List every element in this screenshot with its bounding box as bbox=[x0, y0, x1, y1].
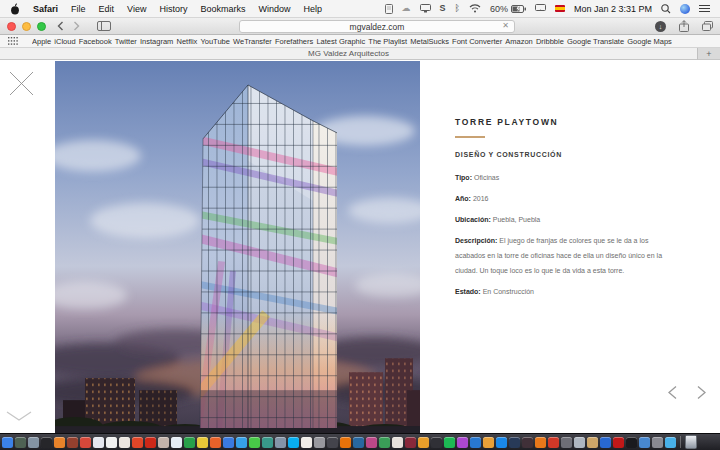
input-language-flag-icon[interactable] bbox=[555, 5, 565, 12]
dock-app-icon[interactable] bbox=[145, 437, 156, 448]
s-status-icon[interactable]: S bbox=[440, 4, 446, 13]
bookmark-amazon[interactable]: Amazon bbox=[505, 37, 533, 46]
dock-app-icon[interactable] bbox=[613, 437, 624, 448]
dock-app-icon[interactable] bbox=[223, 437, 234, 448]
share-icon[interactable] bbox=[679, 20, 689, 32]
tab-overview-icon[interactable] bbox=[702, 21, 713, 31]
battery-indicator[interactable]: 60% bbox=[490, 4, 526, 14]
document-status-icon[interactable] bbox=[385, 4, 393, 14]
mirroring-status-icon[interactable] bbox=[535, 4, 546, 13]
dock-app-icon[interactable] bbox=[54, 437, 65, 448]
siri-icon[interactable] bbox=[680, 4, 690, 14]
dock-app-icon[interactable] bbox=[28, 437, 39, 448]
notification-center-icon[interactable] bbox=[699, 4, 710, 13]
bookmark-wetransfer[interactable]: WeTransfer bbox=[233, 37, 272, 46]
dock-app-icon[interactable] bbox=[275, 437, 286, 448]
dock-app-icon[interactable] bbox=[288, 437, 299, 448]
bookmark-google-maps[interactable]: Google Maps bbox=[627, 37, 672, 46]
apple-menu-icon[interactable] bbox=[10, 3, 20, 15]
dock-app-icon[interactable] bbox=[639, 437, 650, 448]
dock-app-icon[interactable] bbox=[15, 437, 26, 448]
menu-item-edit[interactable]: Edit bbox=[99, 4, 115, 14]
address-bar[interactable]: mgvaldez.com ✕ bbox=[239, 20, 515, 33]
dock-app-icon[interactable] bbox=[106, 437, 117, 448]
dock-app-icon[interactable] bbox=[418, 437, 429, 448]
downloads-button[interactable]: ↓ bbox=[655, 21, 666, 32]
menu-item-file[interactable]: File bbox=[71, 4, 86, 14]
spotlight-search-icon[interactable] bbox=[661, 4, 671, 14]
dock-app-icon[interactable] bbox=[470, 437, 481, 448]
dock-app-icon[interactable] bbox=[340, 437, 351, 448]
bookmark-forefathers[interactable]: Forefathers bbox=[275, 37, 313, 46]
bookmark-the-playlist[interactable]: The Playlist bbox=[368, 37, 407, 46]
dock-app-icon[interactable] bbox=[210, 437, 221, 448]
menu-item-safari[interactable]: Safari bbox=[33, 4, 58, 14]
dock-app-icon[interactable] bbox=[535, 437, 546, 448]
dock-app-icon[interactable] bbox=[509, 437, 520, 448]
trash-icon[interactable] bbox=[685, 435, 697, 449]
dock-app-icon[interactable] bbox=[366, 437, 377, 448]
dock-app-icon[interactable] bbox=[561, 437, 572, 448]
dock-app-icon[interactable] bbox=[444, 437, 455, 448]
close-window-button[interactable] bbox=[7, 22, 16, 31]
dock-app-icon[interactable] bbox=[67, 437, 78, 448]
scroll-down-chevron-icon[interactable] bbox=[6, 411, 32, 422]
dock-app-icon[interactable] bbox=[457, 437, 468, 448]
dock-app-icon[interactable] bbox=[431, 437, 442, 448]
bookmark-metalsucks[interactable]: MetalSucks bbox=[410, 37, 449, 46]
dock-app-icon[interactable] bbox=[93, 437, 104, 448]
minimize-window-button[interactable] bbox=[22, 22, 31, 31]
menu-item-history[interactable]: History bbox=[159, 4, 187, 14]
back-button[interactable] bbox=[57, 21, 64, 31]
dock-app-icon[interactable] bbox=[392, 437, 403, 448]
dock-app-icon[interactable] bbox=[171, 437, 182, 448]
bluetooth-icon[interactable]: ᛒ bbox=[455, 4, 460, 13]
bookmark-icloud[interactable]: iCloud bbox=[54, 37, 75, 46]
bookmark-latest-graphic[interactable]: Latest Graphic bbox=[316, 37, 365, 46]
next-project-arrow-icon[interactable] bbox=[696, 385, 707, 400]
stop-loading-icon[interactable]: ✕ bbox=[502, 22, 509, 30]
dock-app-icon[interactable] bbox=[236, 437, 247, 448]
bookmarks-grid-icon[interactable] bbox=[8, 37, 18, 45]
forward-button[interactable] bbox=[73, 21, 80, 31]
cloud-status-icon[interactable]: ☁ bbox=[402, 4, 411, 13]
dock-app-icon[interactable] bbox=[184, 437, 195, 448]
dock-app-icon[interactable] bbox=[626, 437, 637, 448]
dock-app-icon[interactable] bbox=[2, 437, 13, 448]
bookmark-google-translate[interactable]: Google Translate bbox=[567, 37, 624, 46]
tab-mg-valdez[interactable]: MG Valdez Arquitectos bbox=[0, 48, 698, 60]
dock-app-icon[interactable] bbox=[483, 437, 494, 448]
menu-item-help[interactable]: Help bbox=[303, 4, 322, 14]
dock-app-icon[interactable] bbox=[574, 437, 585, 448]
zoom-window-button[interactable] bbox=[37, 22, 46, 31]
dock-app-icon[interactable] bbox=[652, 437, 663, 448]
dock-app-icon[interactable] bbox=[197, 437, 208, 448]
dock-app-icon[interactable] bbox=[314, 437, 325, 448]
bookmark-dribbble[interactable]: Dribbble bbox=[536, 37, 564, 46]
dock-app-icon[interactable] bbox=[587, 437, 598, 448]
dock-app-icon[interactable] bbox=[522, 437, 533, 448]
displays-status-icon[interactable] bbox=[420, 4, 431, 13]
dock-app-icon[interactable] bbox=[41, 437, 52, 448]
bookmark-netflix[interactable]: Netflix bbox=[176, 37, 197, 46]
previous-project-arrow-icon[interactable] bbox=[667, 385, 678, 400]
menu-item-window[interactable]: Window bbox=[258, 4, 290, 14]
bookmark-facebook[interactable]: Facebook bbox=[79, 37, 112, 46]
dock-app-icon[interactable] bbox=[132, 437, 143, 448]
dock-app-icon[interactable] bbox=[301, 437, 312, 448]
bookmark-apple[interactable]: Apple bbox=[32, 37, 51, 46]
bookmark-font-converter[interactable]: Font Converter bbox=[452, 37, 502, 46]
dock-app-icon[interactable] bbox=[119, 437, 130, 448]
dock-app-icon[interactable] bbox=[600, 437, 611, 448]
dock-app-icon[interactable] bbox=[353, 437, 364, 448]
bookmark-youtube[interactable]: YouTube bbox=[200, 37, 229, 46]
bookmark-instagram[interactable]: Instagram bbox=[140, 37, 173, 46]
dock-app-icon[interactable] bbox=[665, 437, 676, 448]
sidebar-toggle-icon[interactable] bbox=[97, 21, 111, 31]
dock-app-icon[interactable] bbox=[327, 437, 338, 448]
dock-app-icon[interactable] bbox=[379, 437, 390, 448]
dock-app-icon[interactable] bbox=[158, 437, 169, 448]
menu-item-bookmarks[interactable]: Bookmarks bbox=[200, 4, 245, 14]
dock-app-icon[interactable] bbox=[405, 437, 416, 448]
dock-app-icon[interactable] bbox=[249, 437, 260, 448]
